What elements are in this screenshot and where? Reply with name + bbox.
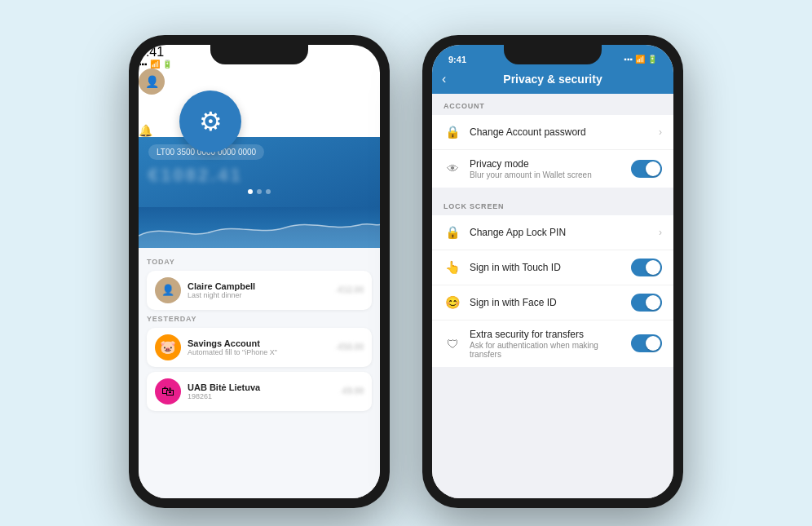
account-settings-group: 🔒 Change Account password › 👁 Privacy mo… [432, 115, 673, 188]
extra-security-title: Extra security for transfers [470, 329, 623, 340]
back-button[interactable]: ‹ [442, 72, 446, 86]
trans-info-savings: Savings Account Automated fill to "iPhon… [188, 338, 329, 356]
touch-id-content: Sign in with Touch ID [470, 262, 623, 273]
section-lock-label: LOCK SCREEN [432, 194, 673, 215]
face-id-icon: 😊 [444, 294, 461, 312]
change-password-content: Change Account password [470, 126, 651, 138]
battery-right: 🔋 [647, 55, 657, 64]
user-info: John Appleseed Payment account [139, 95, 380, 115]
touch-id-title: Sign in with Touch ID [470, 262, 623, 273]
trans-sub-claire: Last night dinner [188, 291, 329, 299]
trans-name-uab: UAB Bitė Lietuva [188, 382, 334, 392]
change-pin-title: Change App Lock PIN [470, 227, 651, 238]
signal-right: ▪▪▪ [624, 55, 633, 64]
trans-amount-claire: -€12.00 [336, 285, 364, 294]
avatar: 👤 [139, 69, 165, 95]
privacy-mode-toggle[interactable] [631, 160, 662, 178]
lock-icon-2: 🔒 [444, 223, 461, 241]
spacer-1 [432, 188, 673, 194]
trans-sub-uab: 198261 [188, 392, 334, 400]
face-id-content: Sign in with Face ID [470, 297, 623, 308]
chevron-right-icon-2: › [659, 227, 662, 238]
chevron-right-icon-1: › [659, 126, 662, 138]
left-header: 👤 John Appleseed Payment account ▾ 🔔 ⊞ [139, 69, 380, 137]
privacy-mode-row[interactable]: 👁 Privacy mode Blur your amount in Walle… [432, 150, 673, 188]
lock-icon: 🔒 [444, 123, 461, 141]
right-phone: 9:41 ▪▪▪ 📶 🔋 ‹ Privacy & security ACCOUN… [422, 35, 683, 508]
trans-amount-uab: -€9.99 [341, 387, 364, 396]
time-right: 9:41 [448, 55, 466, 64]
carousel-dots [148, 189, 370, 194]
left-phone: 9:41 ▪▪▪ 📶 🔋 👤 John Appleseed Payment ac… [129, 35, 390, 508]
transaction-uab[interactable]: 🛍 UAB Bitė Lietuva 198261 -€9.99 [147, 372, 372, 411]
user-name: John Appleseed [139, 95, 380, 106]
trans-name-claire: Claire Campbell [188, 281, 329, 291]
trans-name-savings: Savings Account [188, 338, 329, 348]
trans-avatar-claire: 👤 [155, 277, 181, 303]
dot-2 [257, 189, 262, 194]
gear-icon: ⚙ [199, 106, 223, 137]
qr-icon[interactable]: ⊞ [159, 124, 169, 137]
face-id-title: Sign in with Face ID [470, 297, 623, 308]
change-pin-content: Change App Lock PIN [470, 227, 651, 238]
balance-amount: €1082.41 [148, 165, 370, 186]
battery-left: 🔋 [162, 60, 172, 69]
change-password-title: Change Account password [470, 126, 651, 138]
transaction-savings[interactable]: 🐷 Savings Account Automated fill to "iPh… [147, 328, 372, 367]
extra-security-content: Extra security for transfers Ask for aut… [470, 329, 623, 359]
extra-security-toggle[interactable] [631, 334, 662, 352]
wifi-right: 📶 [635, 55, 645, 64]
account-card: LT00 3500 0000 0000 0000 €1082.41 [139, 137, 380, 207]
touch-id-icon: 👆 [444, 259, 461, 276]
extra-security-row[interactable]: 🛡 Extra security for transfers Ask for a… [432, 320, 673, 367]
trans-info-claire: Claire Campbell Last night dinner [188, 281, 329, 299]
lock-settings-group: 🔒 Change App Lock PIN › 👆 Sign in with T… [432, 215, 673, 367]
settings-content: ACCOUNT 🔒 Change Account password › 👁 Pr… [432, 94, 673, 498]
touch-id-row[interactable]: 👆 Sign in with Touch ID [432, 250, 673, 285]
signal-left: ▪▪▪ [139, 60, 148, 69]
change-password-row[interactable]: 🔒 Change Account password › [432, 115, 673, 150]
dot-1 [248, 189, 253, 194]
face-id-toggle[interactable] [631, 294, 662, 312]
header-icons: 🔔 ⊞ [139, 124, 380, 137]
wave-chart [139, 207, 380, 248]
privacy-mode-sub: Blur your amount in Wallet screen [470, 170, 623, 179]
face-id-row[interactable]: 😊 Sign in with Face ID [432, 285, 673, 320]
trans-avatar-savings: 🐷 [155, 334, 181, 360]
extra-security-sub: Ask for authentication when making trans… [470, 341, 623, 359]
bell-icon[interactable]: 🔔 [139, 124, 152, 137]
section-account-label: ACCOUNT [432, 94, 673, 115]
user-sub: Payment account [139, 106, 380, 115]
notch-right [504, 45, 602, 64]
wifi-left: 📶 [150, 60, 160, 69]
time-left: 9:41 [139, 45, 164, 59]
gear-bubble[interactable]: ⚙ [179, 91, 241, 152]
notch [210, 45, 308, 64]
eye-icon: 👁 [444, 160, 461, 178]
nav-bar-right: ‹ Privacy & security [432, 68, 673, 94]
nav-title: Privacy & security [503, 73, 602, 86]
chevron-down-icon[interactable]: ▾ [139, 115, 380, 124]
touch-id-toggle[interactable] [631, 259, 662, 276]
shield-icon: 🛡 [444, 334, 461, 352]
section-today: TODAY [147, 258, 372, 266]
trans-amount-savings: -€50.00 [336, 343, 364, 351]
privacy-mode-title: Privacy mode [470, 158, 623, 170]
transaction-claire[interactable]: 👤 Claire Campbell Last night dinner -€12… [147, 271, 372, 310]
trans-info-uab: UAB Bitė Lietuva 198261 [188, 382, 334, 400]
status-icons-right: ▪▪▪ 📶 🔋 [624, 55, 657, 64]
section-yesterday: YESTERDAY [147, 315, 372, 323]
transactions-list: TODAY 👤 Claire Campbell Last night dinne… [139, 248, 380, 498]
change-pin-row[interactable]: 🔒 Change App Lock PIN › [432, 215, 673, 250]
trans-sub-savings: Automated fill to "iPhone X" [188, 348, 329, 356]
privacy-mode-content: Privacy mode Blur your amount in Wallet … [470, 158, 623, 179]
trans-avatar-uab: 🛍 [155, 378, 181, 404]
dot-3 [266, 189, 271, 194]
